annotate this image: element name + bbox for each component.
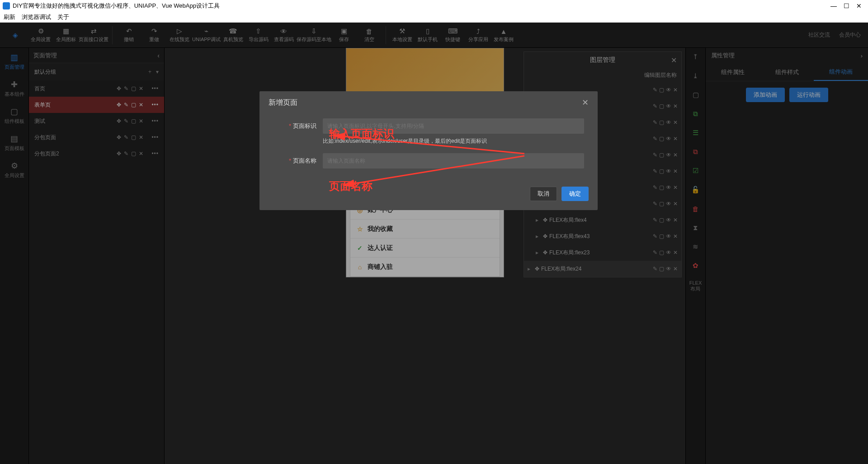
dialog-close-icon[interactable]: ✕ [582,98,589,108]
modal-backdrop[interactable] [0,23,868,464]
page-name-label: *页面名称 [273,157,323,165]
page-name-input[interactable] [323,153,584,169]
window-titlebar: DIY官网专注做好的拖拽式可视化微信小程序、UNIAPP、Vue WebApp设… [0,0,868,12]
menu-about[interactable]: 关于 [57,13,69,21]
page-id-hint: 比如:index/user/edit,表示index/user是目录级，最后的e… [323,137,584,145]
window-maximize-button[interactable]: ☐ [840,2,853,9]
menu-refresh[interactable]: 刷新 [4,13,15,21]
dialog-ok-button[interactable]: 确定 [561,187,589,201]
menu-browser-debug[interactable]: 浏览器调试 [22,13,51,21]
page-id-label: *页面标识 [273,122,323,130]
window-close-button[interactable]: ✕ [853,2,865,9]
dialog-cancel-button[interactable]: 取消 [530,187,557,201]
page-id-input[interactable] [323,118,584,134]
new-page-dialog: 新增页面 ✕ *页面标识 比如:index/user/edit,表示index/… [259,91,598,210]
app-menubar: 刷新 浏览器调试 关于 [0,12,868,23]
window-title: DIY官网专注做好的拖拽式可视化微信小程序、UNIAPP、Vue WebApp设… [13,2,220,10]
dialog-header: 新增页面 ✕ [259,91,598,114]
window-minimize-button[interactable]: — [827,2,840,9]
dialog-title: 新增页面 [269,98,297,108]
app-logo-icon [3,2,10,9]
